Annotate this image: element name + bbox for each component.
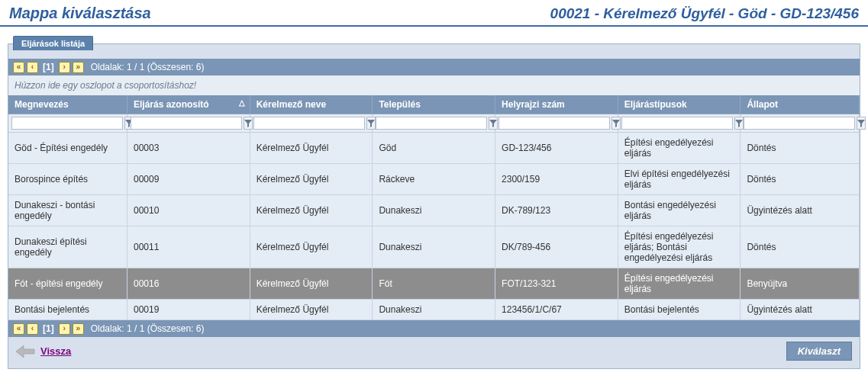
back-link[interactable]: Vissza — [16, 344, 71, 359]
filter-proctype-button[interactable] — [734, 117, 744, 130]
table-cell: Döntés — [741, 226, 860, 268]
table-cell: Döntés — [741, 164, 860, 195]
table-cell: 00016 — [127, 268, 250, 300]
col-header-label: Állapot — [747, 99, 778, 110]
main-panel: Eljárások listája « ‹ [1] › » Oldalak: 1… — [8, 43, 860, 369]
col-header-proctype[interactable]: Eljárástípusok — [618, 95, 741, 114]
table-row[interactable]: Borospince építés00009Kérelmező ÜgyfélRá… — [8, 164, 860, 195]
table-cell: Kérelmező Ügyfél — [250, 300, 373, 320]
table-cell: 2300/159 — [495, 164, 618, 195]
filter-applicant-input[interactable] — [253, 117, 365, 130]
table-cell: DK/789-456 — [495, 226, 618, 268]
filter-status-input[interactable] — [744, 117, 855, 130]
col-header-lotnum[interactable]: Helyrajzi szám — [495, 95, 618, 114]
table-cell: Építési engedélyezési eljárás — [618, 133, 741, 164]
table-cell: Kérelmező Ügyfél — [250, 164, 373, 195]
pager-top: « ‹ [1] › » Oldalak: 1 / 1 (Összesen: 6) — [8, 59, 860, 75]
table-cell: Építési engedélyezési eljárás — [618, 268, 741, 300]
col-header-label: Megnevezés — [15, 99, 69, 110]
table-cell: Ráckeve — [373, 164, 495, 195]
filter-name-input[interactable] — [11, 117, 123, 130]
pager-first-button[interactable]: « — [13, 323, 24, 335]
table-cell: FOT/123-321 — [495, 268, 618, 300]
col-header-name[interactable]: Megnevezés — [8, 95, 127, 114]
sort-asc-icon[interactable]: △ — [239, 98, 245, 107]
funnel-icon — [367, 120, 375, 127]
table-cell: Dunakeszi - bontási engedély — [8, 195, 127, 226]
filter-settlement-input[interactable] — [376, 117, 487, 130]
table-cell: Göd - Építési engedély — [8, 133, 127, 164]
filter-caseid-input[interactable] — [131, 117, 242, 130]
table-row[interactable]: Dunakeszi - bontási engedély00010Kérelme… — [8, 195, 860, 226]
table-cell: Döntés — [741, 133, 860, 164]
select-button[interactable]: Kiválaszt — [786, 342, 852, 361]
table-cell: 00010 — [127, 195, 250, 226]
pager-last-button[interactable]: » — [73, 323, 84, 335]
filter-applicant-button[interactable] — [366, 117, 376, 130]
pager-next-button[interactable]: › — [59, 323, 70, 335]
table-cell: Bontási engedélyezési eljárás — [618, 195, 741, 226]
table-cell: Ügyintézés alatt — [741, 195, 860, 226]
pager-prev-button[interactable]: ‹ — [27, 62, 38, 73]
table-row[interactable]: Bontási bejelentés00019Kérelmező ÜgyfélD… — [8, 300, 860, 320]
table-cell: 00003 — [127, 133, 250, 164]
funnel-icon — [857, 120, 865, 127]
back-label: Vissza — [40, 345, 71, 357]
table-cell: Kérelmező Ügyfél — [250, 133, 373, 164]
table-row[interactable]: Göd - Építési engedély00003Kérelmező Ügy… — [8, 133, 860, 164]
table-cell: GD-123/456 — [495, 133, 618, 164]
table-cell: Dunakeszi — [373, 226, 495, 268]
filter-status-button[interactable] — [857, 117, 866, 130]
funnel-icon — [735, 120, 743, 127]
table-cell: Kérelmező Ügyfél — [250, 226, 373, 268]
table-cell: Építési engedélyezési eljárás; Bontási e… — [618, 226, 741, 268]
filter-caseid-button[interactable] — [244, 117, 253, 130]
page-title: Mappa kiválasztása — [9, 5, 151, 22]
table-cell: 00011 — [127, 226, 250, 268]
filter-lotnum-button[interactable] — [611, 117, 621, 130]
group-hint[interactable]: Húzzon ide egy oszlopot a csoportosításh… — [8, 75, 860, 95]
pager-next-button[interactable]: › — [59, 62, 70, 73]
filter-row — [8, 114, 860, 133]
table-cell: 00019 — [127, 300, 250, 320]
col-header-label: Település — [379, 99, 420, 110]
funnel-icon — [244, 120, 252, 127]
col-header-settlement[interactable]: Település — [373, 95, 495, 114]
pager-bottom: « ‹ [1] › » Oldalak: 1 / 1 (Összesen: 6) — [8, 320, 860, 337]
col-header-label: Kérelmező neve — [257, 99, 326, 110]
filter-settlement-button[interactable] — [489, 117, 498, 130]
pager-prev-button[interactable]: ‹ — [27, 323, 38, 335]
funnel-icon — [612, 120, 620, 127]
table-cell: Dunakeszi építési engedély — [8, 226, 127, 268]
col-header-label: Helyrajzi szám — [502, 99, 565, 110]
col-header-status[interactable]: Állapot — [741, 95, 860, 114]
pager-current: [1] — [40, 323, 56, 334]
table-cell: Benyújtva — [741, 268, 860, 300]
filter-proctype-input[interactable] — [621, 117, 733, 130]
table-cell: 123456/1/C/67 — [495, 300, 618, 320]
pager-summary: Oldalak: 1 / 1 (Összesen: 6) — [91, 62, 205, 72]
funnel-icon — [489, 120, 497, 127]
table-cell: Dunakeszi — [373, 300, 495, 320]
pager-last-button[interactable]: » — [73, 62, 84, 73]
page-context: 00021 - Kérelmező Ügyfél - Göd - GD-123/… — [550, 5, 859, 22]
table-cell: Fót — [373, 268, 495, 300]
cases-table: Megnevezés Eljárás azonosító △ Kérelmező… — [8, 95, 860, 320]
table-cell: Bontási bejelentés — [618, 300, 741, 320]
table-row[interactable]: Dunakeszi építési engedély00011Kérelmező… — [8, 226, 860, 268]
page-header: Mappa kiválasztása 00021 - Kérelmező Ügy… — [0, 0, 868, 27]
pager-first-button[interactable]: « — [13, 62, 24, 73]
filter-lotnum-input[interactable] — [499, 117, 610, 130]
table-cell: Borospince építés — [8, 164, 127, 195]
col-header-label: Eljárás azonosító — [134, 99, 209, 110]
col-header-applicant[interactable]: Kérelmező neve — [250, 95, 373, 114]
back-arrow-icon — [16, 344, 36, 359]
table-cell: DK-789/123 — [495, 195, 618, 226]
col-header-caseid[interactable]: Eljárás azonosító △ — [127, 95, 250, 114]
table-row[interactable]: Fót - építési engedély00016Kérelmező Ügy… — [8, 268, 860, 300]
col-header-label: Eljárástípusok — [624, 99, 687, 110]
tab-cases-list[interactable]: Eljárások listája — [13, 36, 93, 50]
table-cell: Kérelmező Ügyfél — [250, 195, 373, 226]
table-cell: Elvi építési engedélyezési eljárás — [618, 164, 741, 195]
table-cell: Fót - építési engedély — [8, 268, 127, 300]
